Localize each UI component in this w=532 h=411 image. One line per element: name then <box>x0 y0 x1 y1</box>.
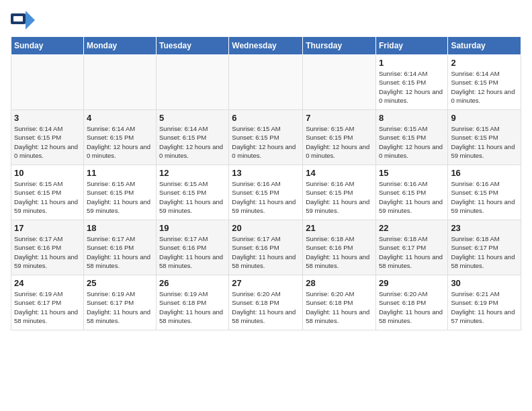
day-of-week-sunday: Sunday <box>11 37 84 55</box>
calendar-cell: 8Sunrise: 6:15 AM Sunset: 6:15 PM Daylig… <box>375 110 447 165</box>
day-detail: Sunrise: 6:15 AM Sunset: 6:15 PM Dayligh… <box>306 124 373 160</box>
calendar-cell: 16Sunrise: 6:16 AM Sunset: 6:15 PM Dayli… <box>448 165 521 220</box>
day-number: 27 <box>232 278 300 288</box>
calendar-header-row: SundayMondayTuesdayWednesdayThursdayFrid… <box>11 37 521 55</box>
calendar-week-4: 17Sunrise: 6:17 AM Sunset: 6:16 PM Dayli… <box>11 220 521 275</box>
calendar-cell: 15Sunrise: 6:16 AM Sunset: 6:15 PM Dayli… <box>375 165 447 220</box>
day-number: 3 <box>14 113 81 123</box>
day-detail: Sunrise: 6:16 AM Sunset: 6:15 PM Dayligh… <box>379 179 445 215</box>
day-detail: Sunrise: 6:17 AM Sunset: 6:16 PM Dayligh… <box>159 234 226 270</box>
day-number: 28 <box>306 278 373 288</box>
calendar-cell: 9Sunrise: 6:15 AM Sunset: 6:15 PM Daylig… <box>448 110 521 165</box>
day-detail: Sunrise: 6:17 AM Sunset: 6:16 PM Dayligh… <box>87 234 153 270</box>
day-of-week-friday: Friday <box>375 37 447 55</box>
calendar-week-1: 1Sunrise: 6:14 AM Sunset: 6:15 PM Daylig… <box>11 55 521 110</box>
calendar-cell: 28Sunrise: 6:20 AM Sunset: 6:18 PM Dayli… <box>303 275 376 330</box>
calendar-cell: 22Sunrise: 6:18 AM Sunset: 6:17 PM Dayli… <box>375 220 447 275</box>
day-number: 17 <box>14 223 81 233</box>
svg-marker-1 <box>26 11 35 30</box>
day-number: 2 <box>451 58 518 68</box>
day-detail: Sunrise: 6:20 AM Sunset: 6:18 PM Dayligh… <box>232 289 300 325</box>
day-detail: Sunrise: 6:15 AM Sunset: 6:15 PM Dayligh… <box>379 124 445 160</box>
day-detail: Sunrise: 6:20 AM Sunset: 6:18 PM Dayligh… <box>379 289 445 325</box>
calendar-cell: 23Sunrise: 6:18 AM Sunset: 6:17 PM Dayli… <box>448 220 521 275</box>
day-detail: Sunrise: 6:14 AM Sunset: 6:15 PM Dayligh… <box>159 124 226 160</box>
day-detail: Sunrise: 6:17 AM Sunset: 6:16 PM Dayligh… <box>232 234 300 270</box>
day-number: 4 <box>87 113 153 123</box>
calendar-cell: 4Sunrise: 6:14 AM Sunset: 6:15 PM Daylig… <box>83 110 156 165</box>
calendar-cell: 29Sunrise: 6:20 AM Sunset: 6:18 PM Dayli… <box>375 275 447 330</box>
day-detail: Sunrise: 6:15 AM Sunset: 6:15 PM Dayligh… <box>87 179 153 215</box>
day-number: 15 <box>379 168 445 178</box>
calendar-cell <box>11 55 84 110</box>
day-number: 19 <box>159 223 226 233</box>
calendar-cell: 30Sunrise: 6:21 AM Sunset: 6:19 PM Dayli… <box>448 275 521 330</box>
day-detail: Sunrise: 6:18 AM Sunset: 6:16 PM Dayligh… <box>306 234 373 270</box>
logo <box>11 11 38 30</box>
day-number: 6 <box>232 113 300 123</box>
day-number: 26 <box>159 278 226 288</box>
day-of-week-thursday: Thursday <box>303 37 376 55</box>
day-detail: Sunrise: 6:21 AM Sunset: 6:19 PM Dayligh… <box>451 289 518 325</box>
day-detail: Sunrise: 6:16 AM Sunset: 6:15 PM Dayligh… <box>232 179 300 215</box>
calendar-week-2: 3Sunrise: 6:14 AM Sunset: 6:15 PM Daylig… <box>11 110 521 165</box>
calendar-week-3: 10Sunrise: 6:15 AM Sunset: 6:15 PM Dayli… <box>11 165 521 220</box>
page-header <box>11 11 521 30</box>
day-number: 13 <box>232 168 300 178</box>
day-number: 9 <box>451 113 518 123</box>
day-number: 18 <box>87 223 153 233</box>
day-number: 7 <box>306 113 373 123</box>
day-detail: Sunrise: 6:14 AM Sunset: 6:15 PM Dayligh… <box>14 124 81 160</box>
calendar-cell: 25Sunrise: 6:19 AM Sunset: 6:17 PM Dayli… <box>83 275 156 330</box>
day-detail: Sunrise: 6:19 AM Sunset: 6:17 PM Dayligh… <box>87 289 153 325</box>
calendar-cell: 7Sunrise: 6:15 AM Sunset: 6:15 PM Daylig… <box>303 110 376 165</box>
day-number: 20 <box>232 223 300 233</box>
day-detail: Sunrise: 6:15 AM Sunset: 6:15 PM Dayligh… <box>159 179 226 215</box>
day-number: 8 <box>379 113 445 123</box>
calendar-cell <box>157 55 229 110</box>
calendar-cell: 10Sunrise: 6:15 AM Sunset: 6:15 PM Dayli… <box>11 165 84 220</box>
calendar-cell: 14Sunrise: 6:16 AM Sunset: 6:15 PM Dayli… <box>303 165 376 220</box>
day-detail: Sunrise: 6:14 AM Sunset: 6:15 PM Dayligh… <box>87 124 153 160</box>
day-number: 25 <box>87 278 153 288</box>
day-number: 14 <box>306 168 373 178</box>
day-number: 22 <box>379 223 445 233</box>
day-detail: Sunrise: 6:18 AM Sunset: 6:17 PM Dayligh… <box>379 234 445 270</box>
day-of-week-wednesday: Wednesday <box>229 37 303 55</box>
day-number: 30 <box>451 278 518 288</box>
calendar-cell: 24Sunrise: 6:19 AM Sunset: 6:17 PM Dayli… <box>11 275 84 330</box>
calendar-cell: 17Sunrise: 6:17 AM Sunset: 6:16 PM Dayli… <box>11 220 84 275</box>
calendar-cell: 26Sunrise: 6:19 AM Sunset: 6:18 PM Dayli… <box>157 275 229 330</box>
day-detail: Sunrise: 6:15 AM Sunset: 6:15 PM Dayligh… <box>451 124 518 160</box>
calendar-cell: 19Sunrise: 6:17 AM Sunset: 6:16 PM Dayli… <box>157 220 229 275</box>
day-number: 11 <box>87 168 153 178</box>
day-detail: Sunrise: 6:16 AM Sunset: 6:15 PM Dayligh… <box>306 179 373 215</box>
svg-rect-2 <box>13 16 23 21</box>
day-detail: Sunrise: 6:15 AM Sunset: 6:15 PM Dayligh… <box>232 124 300 160</box>
calendar-body: 1Sunrise: 6:14 AM Sunset: 6:15 PM Daylig… <box>11 55 521 330</box>
day-number: 1 <box>379 58 445 68</box>
day-detail: Sunrise: 6:20 AM Sunset: 6:18 PM Dayligh… <box>306 289 373 325</box>
day-number: 29 <box>379 278 445 288</box>
calendar-cell: 21Sunrise: 6:18 AM Sunset: 6:16 PM Dayli… <box>303 220 376 275</box>
day-detail: Sunrise: 6:18 AM Sunset: 6:17 PM Dayligh… <box>451 234 518 270</box>
day-number: 16 <box>451 168 518 178</box>
day-of-week-monday: Monday <box>83 37 156 55</box>
calendar-cell: 20Sunrise: 6:17 AM Sunset: 6:16 PM Dayli… <box>229 220 303 275</box>
day-detail: Sunrise: 6:19 AM Sunset: 6:18 PM Dayligh… <box>159 289 226 325</box>
calendar-cell: 1Sunrise: 6:14 AM Sunset: 6:15 PM Daylig… <box>375 55 447 110</box>
day-of-week-tuesday: Tuesday <box>157 37 229 55</box>
day-detail: Sunrise: 6:15 AM Sunset: 6:15 PM Dayligh… <box>14 179 81 215</box>
calendar-cell: 11Sunrise: 6:15 AM Sunset: 6:15 PM Dayli… <box>83 165 156 220</box>
logo-icon <box>11 11 35 30</box>
day-number: 21 <box>306 223 373 233</box>
day-number: 23 <box>451 223 518 233</box>
day-detail: Sunrise: 6:17 AM Sunset: 6:16 PM Dayligh… <box>14 234 81 270</box>
day-detail: Sunrise: 6:14 AM Sunset: 6:15 PM Dayligh… <box>451 69 518 105</box>
calendar-cell: 13Sunrise: 6:16 AM Sunset: 6:15 PM Dayli… <box>229 165 303 220</box>
calendar-cell: 2Sunrise: 6:14 AM Sunset: 6:15 PM Daylig… <box>448 55 521 110</box>
day-detail: Sunrise: 6:14 AM Sunset: 6:15 PM Dayligh… <box>379 69 445 105</box>
calendar-table: SundayMondayTuesdayWednesdayThursdayFrid… <box>11 36 521 330</box>
day-number: 24 <box>14 278 81 288</box>
calendar-cell: 18Sunrise: 6:17 AM Sunset: 6:16 PM Dayli… <box>83 220 156 275</box>
